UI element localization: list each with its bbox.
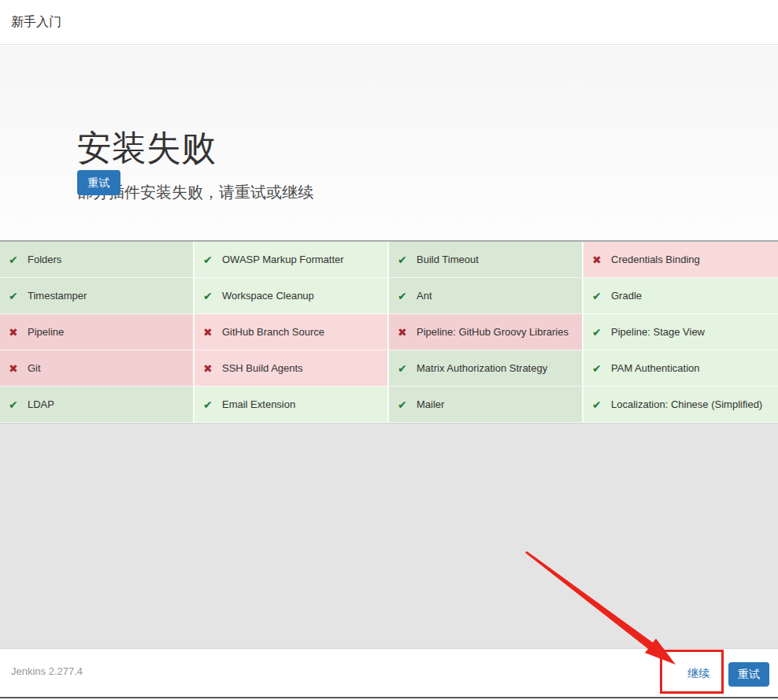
plugin-name: Credentials Binding [611, 254, 700, 265]
cross-icon: ✖ [592, 254, 611, 266]
plugin-cell: ✔Workspace Cleanup [194, 278, 389, 314]
plugin-cell: ✖SSH Build Agents [194, 350, 389, 387]
plugin-name: Pipeline: Stage View [611, 326, 705, 338]
plugin-name: Gradle [611, 290, 642, 302]
plugin-cell: ✔Localization: Chinese (Simplified) [584, 387, 778, 423]
plugin-name: Localization: Chinese (Simplified) [611, 398, 762, 410]
cross-icon: ✖ [9, 362, 28, 375]
plugin-cell: ✔Build Timeout [389, 242, 584, 278]
continue-link[interactable]: 继续 [679, 667, 718, 681]
plugin-name: Mailer [417, 398, 444, 410]
plugin-cell: ✔Mailer [389, 387, 584, 423]
window-bottom-edge [0, 697, 778, 698]
plugin-cell: ✖Git [0, 350, 194, 387]
plugin-cell: ✔Folders [0, 242, 194, 278]
plugin-name: LDAP [28, 398, 54, 410]
plugin-name: SSH Build Agents [222, 362, 303, 374]
plugin-cell: ✔LDAP [0, 387, 194, 423]
jenkins-version-label: Jenkins 2.277.4 [11, 665, 83, 677]
cross-icon: ✖ [398, 326, 417, 339]
check-icon: ✔ [398, 254, 417, 266]
plugin-cell: ✔Timestamper [0, 278, 194, 314]
plugin-name: Folders [28, 254, 61, 265]
plugin-cell: ✔Pipeline: Stage View [584, 314, 778, 350]
check-icon: ✔ [398, 362, 417, 375]
check-icon: ✔ [9, 398, 28, 411]
hero-section: 安装失败 部分插件安装失败，请重试或继续 [0, 46, 778, 240]
retry-button-footer[interactable]: 重试 [728, 662, 769, 687]
cross-icon: ✖ [203, 326, 222, 339]
plugin-cell: ✖Pipeline: GitHub Groovy Libraries [389, 314, 584, 350]
plugin-cell: ✔Matrix Authorization Strategy [389, 350, 584, 387]
plugin-status-grid: ✔Folders✔OWASP Markup Formatter✔Build Ti… [0, 240, 778, 423]
check-icon: ✔ [203, 290, 222, 302]
plugin-name: Matrix Authorization Strategy [417, 362, 547, 374]
plugin-name: PAM Authentication [611, 362, 700, 374]
plugin-cell: ✖Credentials Binding [584, 242, 778, 278]
plugin-cell: ✖GitHub Branch Source [194, 314, 389, 350]
plugin-name: Git [28, 362, 41, 374]
content-spacer [0, 423, 778, 648]
check-icon: ✔ [592, 398, 611, 411]
check-icon: ✔ [9, 254, 28, 266]
cross-icon: ✖ [9, 326, 28, 339]
check-icon: ✔ [592, 290, 611, 302]
plugin-cell: ✔Gradle [584, 278, 778, 314]
check-icon: ✔ [9, 290, 28, 302]
install-failed-title: 安装失败 [77, 128, 216, 169]
check-icon: ✔ [398, 290, 417, 302]
check-icon: ✔ [398, 398, 417, 411]
check-icon: ✔ [203, 254, 222, 266]
check-icon: ✔ [203, 398, 222, 411]
plugin-cell: ✔Email Extension [194, 387, 389, 423]
plugin-name: OWASP Markup Formatter [222, 254, 344, 265]
plugin-name: Pipeline: GitHub Groovy Libraries [417, 326, 569, 338]
plugin-name: GitHub Branch Source [222, 326, 324, 338]
plugin-name: Timestamper [28, 290, 87, 302]
cross-icon: ✖ [203, 362, 222, 375]
plugin-cell: ✖Pipeline [0, 314, 194, 350]
wizard-footer [0, 648, 778, 697]
plugin-cell: ✔PAM Authentication [584, 350, 778, 387]
wizard-header: 新手入门 [0, 0, 778, 45]
plugin-name: Build Timeout [417, 254, 479, 265]
plugin-name: Email Extension [222, 398, 295, 410]
plugin-name: Workspace Cleanup [222, 290, 314, 302]
retry-button-top[interactable]: 重试 [77, 170, 120, 195]
plugin-name: Pipeline [28, 326, 64, 338]
page-title: 新手入门 [11, 14, 61, 31]
check-icon: ✔ [592, 362, 611, 375]
check-icon: ✔ [592, 326, 611, 339]
setup-wizard-page: 新手入门 安装失败 部分插件安装失败，请重试或继续 重试 ✔Folders✔OW… [0, 0, 778, 700]
plugin-name: Ant [417, 290, 432, 302]
plugin-cell: ✔Ant [389, 278, 584, 314]
plugin-cell: ✔OWASP Markup Formatter [194, 242, 389, 278]
